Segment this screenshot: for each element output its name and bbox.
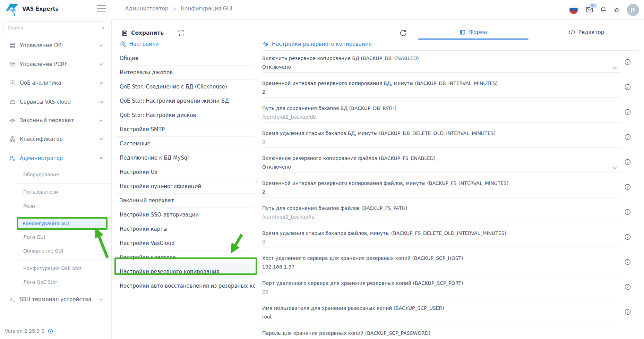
form-field-backup-scp-user: Имя пользователя для хранения резервных … bbox=[262, 303, 620, 328]
breadcrumb-gui-config[interactable]: Конфигурация GUI bbox=[181, 6, 232, 12]
select-value[interactable]: Отключено bbox=[262, 64, 620, 73]
svg-text:?: ? bbox=[627, 160, 628, 164]
form-field-backup-fs-interval: Временной интервал резервного копировани… bbox=[262, 178, 620, 203]
sidebar-subitem-gui-config-highlighted[interactable]: Конфигурация GUI bbox=[17, 217, 108, 230]
form-field-backup-db-delete-old: Время удаления старых бэкапов БД, минуты… bbox=[262, 128, 620, 153]
panel-resize-handle[interactable] bbox=[255, 181, 257, 190]
form-field-backup-scp-host: Хост удаленного сервера для хранения рез… bbox=[262, 253, 620, 278]
svg-text:?: ? bbox=[627, 85, 628, 89]
settings-list-item[interactable]: QoE Stor: Настройки времени жизни БД bbox=[116, 94, 255, 108]
logo[interactable]: VAS Experts bbox=[5, 2, 59, 16]
tab-editor[interactable]: Редактор bbox=[529, 26, 644, 39]
help-icon[interactable]: ? bbox=[625, 284, 631, 290]
settings-list-item[interactable]: Подключение к БД MySql bbox=[116, 151, 255, 165]
search-input[interactable] bbox=[7, 25, 101, 31]
sidebar-item-vas-cloud[interactable]: Сервисы VAS cloud bbox=[0, 94, 111, 110]
tab-form[interactable]: Форма bbox=[418, 26, 529, 39]
form-field-backup-fs-delete-old: Время удаления старых бэкапов файлов, ми… bbox=[262, 228, 620, 253]
settings-list-item[interactable]: Настройки SSO-авторизации bbox=[116, 208, 255, 222]
settings-list-item[interactable]: QoE Stor: Соединение с БД (Clickhouse) bbox=[116, 80, 255, 94]
sidebar-item-pcrf[interactable]: Управление PCRF bbox=[0, 57, 111, 72]
sidebar-item-label: SSH терминал устройства bbox=[20, 296, 91, 303]
check-update-icon[interactable] bbox=[48, 329, 53, 334]
sidebar-subitem-gui-update[interactable]: Обновление GUI bbox=[17, 245, 108, 256]
sidebar-subitem-qoe-stor-config[interactable]: Конфигурация QoE Stor bbox=[17, 263, 108, 274]
text-input-value[interactable]: 192.168.1.97 bbox=[262, 264, 620, 272]
tab-form-label: Форма bbox=[469, 29, 487, 35]
text-input-value[interactable]: /var/dpiui2_backup/fs bbox=[262, 214, 620, 222]
bug-report-icon[interactable] bbox=[613, 6, 620, 13]
select-value[interactable]: Отключено bbox=[262, 164, 620, 172]
user-avatar[interactable]: JS bbox=[627, 4, 639, 16]
restore-defaults-icon[interactable] bbox=[177, 29, 185, 37]
field-label: Пароль для хранения резервных копий (BAC… bbox=[262, 330, 430, 336]
settings-list-item[interactable]: Настройки кластера bbox=[116, 251, 255, 265]
help-icon[interactable]: ? bbox=[625, 209, 631, 215]
tab-editor-label: Редактор bbox=[578, 29, 604, 35]
sidebar-item-administrator[interactable]: Администратор bbox=[0, 151, 111, 166]
logo-text: VAS Experts bbox=[22, 6, 59, 12]
form-field-backup-db-interval: Временной интервал резервного копировани… bbox=[262, 78, 620, 103]
refresh-icon[interactable] bbox=[400, 29, 407, 37]
settings-list-item[interactable]: Настройки пуш-нотификаций bbox=[116, 179, 255, 194]
settings-list-item[interactable]: Настройки SMTP bbox=[116, 122, 255, 137]
notifications-bell-icon[interactable] bbox=[600, 6, 607, 13]
sidebar-item-qoe[interactable]: QoE аналитика bbox=[0, 75, 111, 91]
form-section-title-label: Настройки резервного копирования bbox=[272, 41, 372, 47]
messages-button[interactable]: 90 bbox=[586, 7, 593, 13]
help-icon[interactable]: ? bbox=[625, 134, 631, 140]
breadcrumb-administrator[interactable]: Администратор bbox=[125, 6, 168, 12]
help-icon[interactable]: ? bbox=[625, 234, 631, 240]
settings-list-item-backup-selected[interactable]: Настройки резервного копирования bbox=[116, 265, 255, 279]
chevron-down-icon[interactable] bbox=[613, 67, 617, 69]
settings-list-item[interactable]: Интервалы джобов bbox=[116, 66, 255, 80]
settings-list-item[interactable]: Настройки авто восстановления из резервн… bbox=[116, 279, 255, 293]
breadcrumb-separator-icon bbox=[173, 7, 176, 11]
settings-list-item[interactable]: Настройки Ulr bbox=[116, 165, 255, 179]
sidebar-item-dpi[interactable]: Управление DPI bbox=[0, 38, 111, 53]
help-icon[interactable]: ? bbox=[625, 184, 631, 190]
sidebar-subitem-roles[interactable]: Роли bbox=[17, 201, 108, 212]
gears-icon bbox=[120, 41, 127, 48]
help-icon[interactable]: ? bbox=[625, 259, 631, 265]
text-input-value[interactable]: 0 bbox=[262, 239, 620, 247]
settings-list-header: Настройки bbox=[116, 37, 255, 51]
sidebar-subitem-qoe-stor-logs[interactable]: Логи QoE Stor bbox=[17, 277, 108, 288]
help-icon[interactable]: ? bbox=[625, 159, 631, 165]
topbar: Администратор Конфигурация GUI 90 JS bbox=[111, 0, 644, 20]
settings-list-item[interactable]: Настройки карты bbox=[116, 222, 255, 236]
sidebar-subitem-gui-logs[interactable]: Логи GUI bbox=[17, 231, 108, 243]
divider bbox=[17, 215, 111, 215]
sidebar-item-ssh-terminal[interactable]: SSH терминал устройства bbox=[0, 292, 111, 307]
sidebar-subitem-users[interactable]: Пользователи bbox=[17, 186, 108, 197]
messages-count-badge: 90 bbox=[589, 3, 597, 8]
settings-list-item[interactable]: Настройки VasCloud bbox=[116, 236, 255, 251]
sidebar-item-label: Управление PCRF bbox=[20, 61, 67, 67]
clear-search-icon[interactable]: × bbox=[101, 25, 105, 31]
text-input-value[interactable]: 0 bbox=[262, 139, 620, 147]
sidebar-subitem-equipment[interactable]: Оборудование bbox=[17, 169, 108, 180]
help-icon[interactable]: ? bbox=[625, 309, 631, 315]
settings-list-item[interactable]: Общие bbox=[116, 51, 255, 66]
settings-list-item[interactable]: QoE Stor: Настройки дисков bbox=[116, 108, 255, 122]
sidebar-item-intercept[interactable]: Законный перехват bbox=[0, 113, 111, 128]
chevron-down-icon[interactable] bbox=[613, 167, 617, 169]
help-icon[interactable]: ? bbox=[625, 109, 631, 115]
menu-toggle-button[interactable] bbox=[97, 5, 106, 12]
terminal-icon bbox=[9, 296, 16, 303]
text-input-value[interactable]: /var/dpiui2_backup/db bbox=[262, 114, 620, 122]
sidebar-item-classifier[interactable]: Классификатор bbox=[0, 132, 111, 147]
text-input-value[interactable]: root bbox=[262, 314, 620, 322]
svg-text:?: ? bbox=[627, 235, 628, 239]
settings-list-item[interactable]: Законный перехват bbox=[116, 194, 255, 208]
settings-sections-list: Настройки Общие Интервалы джобов QoE Sto… bbox=[116, 37, 255, 293]
language-flag-icon[interactable] bbox=[568, 5, 579, 15]
settings-list-item[interactable]: Системные bbox=[116, 137, 255, 151]
help-icon[interactable]: ? bbox=[625, 84, 631, 90]
text-input-value[interactable]: 22 bbox=[262, 289, 620, 297]
text-input-value[interactable]: 2 bbox=[262, 189, 620, 197]
help-icon[interactable]: ? bbox=[625, 59, 631, 65]
text-input-value[interactable]: 2 bbox=[262, 89, 620, 98]
code-editor-icon bbox=[568, 29, 575, 35]
chevron-down-icon bbox=[99, 137, 104, 142]
